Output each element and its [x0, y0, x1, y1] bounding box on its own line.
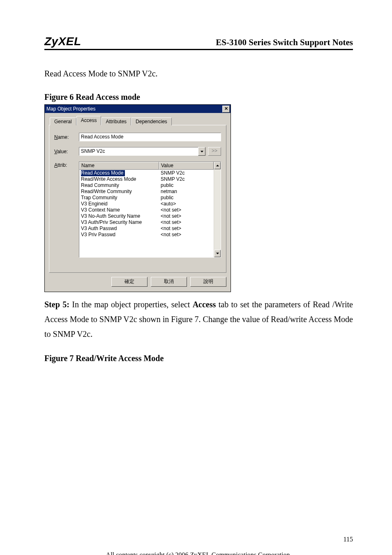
attrib-name-row[interactable]: Trap Community	[81, 195, 159, 201]
col-header-name[interactable]: Name	[79, 162, 159, 170]
step5-paragraph: Step 5: In the map object properties, se…	[44, 297, 353, 341]
brand-logo: ZyXEL	[44, 35, 88, 48]
chevron-up-icon	[216, 165, 219, 166]
value-label: Value:	[54, 149, 79, 154]
attrib-name-row[interactable]: Read/Write Access Mode	[81, 176, 159, 182]
svg-marker-0	[201, 151, 203, 152]
attrib-name-row[interactable]: V3 No-Auth Security Name	[81, 213, 159, 219]
svg-marker-1	[216, 165, 219, 166]
scroll-track[interactable]	[214, 169, 221, 250]
attrib-value-row[interactable]: <auto>	[161, 201, 214, 207]
attrib-value-row[interactable]: <not set>	[161, 232, 214, 238]
attrib-name-row[interactable]: V3 Auth/Priv Security Name	[81, 219, 159, 226]
attrib-value-row[interactable]: public	[161, 182, 214, 189]
attrib-name-row[interactable]: V3 Priv Passwd	[81, 232, 159, 238]
footer-copyright: All contents copyright (c) 2006 ZyXEL Co…	[44, 551, 353, 555]
figure7-caption: Figure 7 Read/Write Access Mode	[44, 354, 353, 363]
step5-label: Step 5:	[44, 300, 69, 309]
tab-general[interactable]: General	[50, 117, 76, 125]
tab-strip: General Access Attributes Dependencies	[49, 116, 226, 125]
ok-button[interactable]: 確定	[111, 277, 148, 287]
attrib-name-row[interactable]: V3 Auth Passwd	[81, 226, 159, 232]
attrib-value-row[interactable]: <not set>	[161, 226, 214, 232]
figure6-caption: Figure 6 Read Access mode	[44, 92, 353, 102]
attrib-name-row[interactable]: Read Access Mode	[81, 170, 125, 176]
attrib-name-row[interactable]: Read/Write Community	[81, 189, 159, 195]
cancel-button[interactable]: 取消	[151, 277, 187, 287]
attrib-listbox[interactable]: Name Read Access ModeRead/Write Access M…	[79, 161, 221, 258]
name-input[interactable]: Read Access Mode	[79, 133, 221, 141]
chevron-down-icon	[216, 253, 219, 254]
attrib-value-row[interactable]: SNMP V2c	[161, 170, 214, 176]
attrib-label: Attrib:	[54, 161, 79, 168]
tab-attributes[interactable]: Attributes	[101, 117, 131, 125]
dialog-titlebar: Map Object Properties ✕	[45, 105, 231, 113]
tab-dependencies[interactable]: Dependencies	[131, 117, 172, 125]
svg-marker-2	[216, 253, 219, 254]
value-extend-button[interactable]: >>	[208, 147, 221, 156]
tab-access[interactable]: Access	[76, 116, 101, 125]
doc-title: ES-3100 Series Switch Support Notes	[216, 35, 353, 48]
page-number: 115	[44, 536, 353, 543]
scroll-down-button[interactable]	[214, 250, 221, 257]
attrib-value-row[interactable]: <not set>	[161, 213, 214, 219]
dialog-title: Map Object Properties	[46, 106, 221, 112]
attrib-name-row[interactable]: Read Community	[81, 182, 159, 189]
header-rule	[44, 49, 353, 50]
attrib-value-row[interactable]: <not set>	[161, 219, 214, 226]
tab-panel-access: Name: Read Access Mode Value: SNMP V2c >…	[49, 125, 226, 273]
intro-line: Read Access Mode to SNMP V2c.	[44, 67, 353, 80]
map-object-properties-dialog: Map Object Properties ✕ General Access A…	[44, 104, 231, 292]
attrib-value-row[interactable]: netman	[161, 189, 214, 195]
value-combobox[interactable]: SNMP V2c	[79, 147, 205, 156]
chevron-down-icon	[201, 151, 203, 152]
value-dropdown-button[interactable]	[198, 147, 205, 156]
col-header-value[interactable]: Value	[159, 162, 214, 170]
attrib-name-row[interactable]: V3 Context Name	[81, 207, 159, 213]
attrib-name-row[interactable]: V3 Engineid	[81, 201, 159, 207]
attrib-value-row[interactable]: SNMP V2c	[161, 176, 214, 182]
attrib-value-row[interactable]: <not set>	[161, 207, 214, 213]
name-label: Name:	[54, 134, 79, 140]
attrib-value-row[interactable]: public	[161, 195, 214, 201]
list-scrollbar[interactable]	[214, 162, 221, 257]
scroll-up-button[interactable]	[214, 162, 221, 169]
close-button[interactable]: ✕	[222, 106, 230, 113]
help-button[interactable]: 說明	[190, 277, 226, 287]
